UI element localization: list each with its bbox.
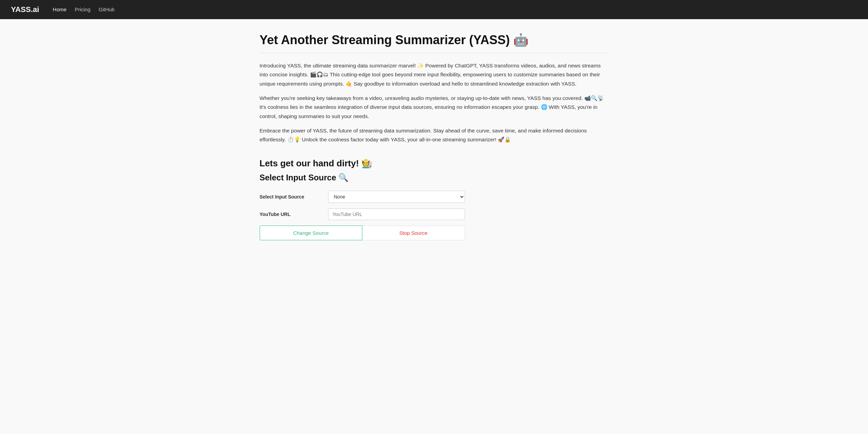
youtube-url-label: YouTube URL: [260, 212, 328, 217]
navbar-links: Home Pricing GitHub: [53, 7, 115, 13]
description-paragraph-2: Whether you're seeking key takeaways fro…: [260, 94, 609, 121]
navbar: YASS.ai Home Pricing GitHub: [0, 0, 868, 19]
youtube-url-row: YouTube URL: [260, 208, 609, 220]
nav-link-pricing[interactable]: Pricing: [75, 7, 90, 12]
input-source-label: Select Input Source: [260, 194, 328, 200]
section-heading-input-source: Select Input Source 🔍: [260, 173, 609, 182]
select-input-source-row: Select Input Source None YouTube Audio N…: [260, 191, 609, 203]
main-content: Yet Another Streaming Summarizer (YASS) …: [246, 19, 622, 261]
youtube-url-input[interactable]: [328, 208, 465, 220]
description-paragraph-1: Introducing YASS, the ultimate streaming…: [260, 61, 609, 88]
change-source-button[interactable]: Change Source: [260, 226, 363, 240]
description-section: Introducing YASS, the ultimate streaming…: [260, 61, 609, 144]
navbar-brand[interactable]: YASS.ai: [11, 5, 39, 14]
nav-link-github[interactable]: GitHub: [99, 7, 115, 12]
stop-source-button[interactable]: Stop Source: [362, 226, 465, 240]
action-buttons-row: Change Source Stop Source: [260, 226, 465, 240]
page-title: Yet Another Streaming Summarizer (YASS) …: [260, 33, 609, 53]
nav-link-home[interactable]: Home: [53, 7, 66, 12]
section-heading-dirty: Lets get our hand dirty! 🧑‍🌾: [260, 158, 609, 169]
input-source-form: Select Input Source None YouTube Audio N…: [260, 191, 609, 240]
description-paragraph-3: Embrace the power of YASS, the future of…: [260, 126, 609, 144]
input-source-select[interactable]: None YouTube Audio News: [328, 191, 465, 203]
